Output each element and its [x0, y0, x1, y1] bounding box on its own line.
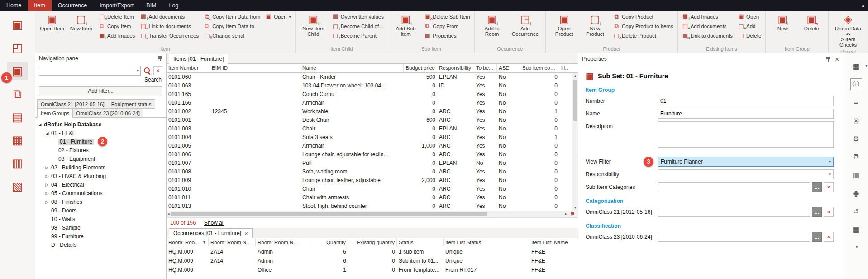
- change-serial-button[interactable]: ▢#Change serial: [202, 31, 262, 40]
- scroll-right-icon[interactable]: ▸: [565, 211, 568, 217]
- tree-item-drofus-help-database[interactable]: ◢dRofus Help Database: [35, 120, 166, 129]
- items-vertical-scrollbar[interactable]: ▴ ▾: [572, 73, 578, 211]
- delete-sub-item-button[interactable]: ▣×Delete Sub Item: [423, 12, 471, 21]
- scroll-down-icon[interactable]: ▾: [574, 205, 577, 211]
- view-filter-select[interactable]: Furniture Planner ▾: [658, 157, 834, 167]
- close-tab-icon[interactable]: ×: [244, 231, 248, 236]
- scroll-up-icon[interactable]: ▴: [574, 73, 577, 79]
- occurrence-row[interactable]: HQ.M.0092A14Admin601 sub itemUniqueFF&E: [167, 247, 578, 256]
- items-table-row[interactable]: 0101.009Lounge chair, leather, adjustabl…: [167, 176, 578, 185]
- clear-field-icon[interactable]: ×: [824, 182, 834, 192]
- items-table-row[interactable]: 0101.011Chair with armrests0ARCYesNo0: [167, 193, 578, 202]
- new-item-child-button[interactable]: ▣+New Item Child: [298, 12, 329, 38]
- image-rail-button[interactable]: ▥: [850, 169, 862, 181]
- new-button[interactable]: ▣+New: [768, 12, 796, 32]
- copy-product-to-items-button[interactable]: ⧉→Copy Product to Items: [612, 22, 675, 30]
- box-check-rail-button[interactable]: ⊠: [850, 115, 862, 126]
- search-link[interactable]: Search: [144, 77, 162, 83]
- link-to-documents-button[interactable]: ▤∞Link to documents: [681, 31, 734, 40]
- menu-item-occurrence[interactable]: Occurrence: [52, 0, 94, 11]
- tree-item-09-doors[interactable]: 09 - Doors: [35, 206, 166, 215]
- browse-button[interactable]: …: [812, 207, 822, 217]
- tree-item-01-ff-e[interactable]: ◢01 - FF&E: [35, 129, 166, 137]
- responsibility-select[interactable]: ▾: [658, 169, 834, 179]
- menu-item-bim[interactable]: BIM: [140, 0, 162, 11]
- search-input[interactable]: [39, 66, 135, 75]
- link-to-documents-button[interactable]: ▤∞Link to documents: [138, 22, 200, 30]
- items-table-row[interactable]: 0101.013Stool, high, behind counter0ARCY…: [167, 202, 578, 211]
- items-table-row[interactable]: 0101.166Armchair0YesNo0: [167, 99, 578, 107]
- items-table-row[interactable]: 0101.007Puff0EPLANNoNo0: [167, 159, 578, 168]
- items-table-row[interactable]: 0101.001Desk Chair600ARCYesNo0: [167, 116, 578, 125]
- flag-icon[interactable]: ⚑: [570, 211, 575, 217]
- nav-tab-omniclass-21-2012-05-16[interactable]: OmniClass 21 [2012-05-16]: [37, 99, 108, 109]
- description-input[interactable]: [658, 121, 834, 148]
- tab-items[interactable]: Items [01 - Furniture]: [169, 54, 228, 64]
- copy-product-button[interactable]: ⧉Copy Product: [612, 12, 675, 21]
- add-documents-button[interactable]: ▤+Add documents: [138, 12, 200, 21]
- box-rail-button[interactable]: ▣: [7, 15, 28, 34]
- box-open-rail-button[interactable]: ◰: [7, 38, 28, 57]
- become-parent-button[interactable]: ▢↑Become Parent: [331, 31, 385, 40]
- tree-item-10-walls[interactable]: 10 - Walls: [35, 215, 166, 223]
- chevron-down-icon[interactable]: ▾: [135, 68, 140, 73]
- pin-icon[interactable]: [157, 56, 162, 62]
- transfer-occurrences-button[interactable]: ▢→Transfer Occurrences: [138, 31, 200, 40]
- items-table-row[interactable]: 0101.063103-04 Drawer on wheel: 103.04..…: [167, 82, 578, 90]
- expander-icon[interactable]: ▷: [44, 174, 50, 178]
- add-sub-item-button[interactable]: ▣+Add Sub Item: [391, 12, 420, 38]
- delete-button[interactable]: ▢−Delete: [736, 31, 763, 40]
- show-all-link[interactable]: Show all: [204, 220, 224, 226]
- copy-item-data-from-button[interactable]: ⧉←Copy Item Data from: [202, 12, 262, 21]
- clear-field-icon[interactable]: ×: [824, 207, 834, 217]
- close-panel-icon[interactable]: ×: [835, 56, 839, 63]
- tree-item-02-fixtures[interactable]: 02 - Fixtures: [35, 146, 166, 154]
- scrollbar-thumb[interactable]: [171, 212, 487, 216]
- add-filter-button[interactable]: Add filter...: [39, 86, 162, 96]
- name-input[interactable]: [658, 109, 834, 119]
- expander-icon[interactable]: ◢: [44, 131, 50, 135]
- note-rail-button[interactable]: ▥: [7, 154, 28, 172]
- items-table-row[interactable]: 0101.010Chair0ARCYesNo0: [167, 185, 578, 193]
- copy-from-button[interactable]: ⧉Copy From: [423, 22, 471, 30]
- open-item-button[interactable]: ▣Open Item: [38, 12, 66, 32]
- checklist-rail-button[interactable]: ≡: [850, 96, 862, 108]
- menu-item-home[interactable]: Home: [0, 0, 28, 11]
- tree-item-d-details[interactable]: D - Details: [35, 241, 166, 249]
- add-images-button[interactable]: ▦+Add Images: [97, 31, 136, 40]
- items-table-row[interactable]: 0101.003Chair0EPLANYesNo0: [167, 125, 578, 133]
- omniclass21-input[interactable]: [658, 207, 810, 217]
- delete-button[interactable]: ▣×Delete: [797, 12, 825, 32]
- sub-item-categories-input[interactable]: [658, 182, 810, 192]
- tab-occurrences[interactable]: Occurrences [01 - Furniture] ×: [169, 228, 253, 238]
- collapse-ribbon-icon[interactable]: ▴: [862, 2, 864, 8]
- info-rail-button[interactable]: ⓘ: [850, 78, 862, 90]
- overwritten-values-button[interactable]: ▤Overwritten values: [331, 12, 385, 21]
- expander-icon[interactable]: ◢: [37, 122, 43, 127]
- camera-rail-button[interactable]: ◉: [850, 187, 862, 199]
- expander-icon[interactable]: ▷: [44, 183, 50, 187]
- product-box-rail-button[interactable]: ⧉: [850, 151, 862, 163]
- nav-tab-equipment-status[interactable]: Equipment status: [108, 99, 155, 109]
- items-horizontal-scrollbar[interactable]: ◂ ▸ ⚑: [167, 211, 578, 218]
- items-table-row[interactable]: 0101.005Armchair1,000ARCYesNo0: [167, 142, 578, 150]
- tree-item-04-electrical[interactable]: ▷04 - Electrical: [35, 180, 166, 189]
- tree-item-03-hvac-plumbing[interactable]: ▷03 - HVAC & Plumbing: [35, 172, 166, 180]
- tree-item-98-sample[interactable]: 98 - Sample: [35, 223, 166, 232]
- nav-tab-omniclass-23-2010-06-24[interactable]: OmniClass 23 [2010-06-24]: [72, 108, 143, 118]
- tree-item-99-furniture[interactable]: 99 - Furniture: [35, 232, 166, 241]
- tree-item-08-finishes[interactable]: ▷08 - Finishes: [35, 197, 166, 206]
- delete-item-button[interactable]: ▢×Delete Item: [97, 12, 136, 21]
- become-child-of-button[interactable]: ▢↓Become Child of...: [331, 22, 385, 30]
- browse-button[interactable]: …: [812, 182, 822, 192]
- tree-item-01-furniture[interactable]: 01 - Furniture2: [35, 137, 166, 146]
- history-rail-button[interactable]: ↺: [850, 205, 862, 217]
- document-rail-button[interactable]: ▤: [850, 223, 862, 235]
- nav-tab-item-groups[interactable]: Item Groups: [37, 108, 73, 118]
- add-to-room-button[interactable]: ▣+Add to Room: [477, 12, 507, 38]
- new-product-button[interactable]: ▢+New Product: [581, 12, 610, 38]
- expander-icon[interactable]: ▷: [44, 200, 50, 204]
- tree-item-05-communications[interactable]: ▷05 - Communications: [35, 189, 166, 197]
- browse-button[interactable]: …: [812, 232, 822, 242]
- menu-item-import-export[interactable]: Import/Export: [93, 0, 140, 11]
